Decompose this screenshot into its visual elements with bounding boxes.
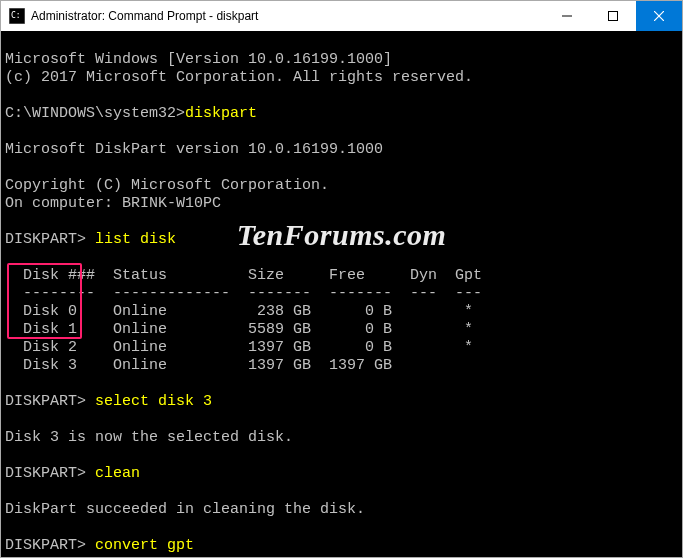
minimize-button[interactable] [544, 1, 590, 31]
diskpart-version: Microsoft DiskPart version 10.0.16199.10… [5, 141, 383, 158]
diskpart-prompt: DISKPART> [5, 465, 95, 482]
prompt-path: C:\WINDOWS\system32> [5, 105, 185, 122]
disk-row-0: Disk 0 Online 238 GB 0 B * [5, 303, 473, 320]
command-prompt-window: C: Administrator: Command Prompt - diskp… [1, 1, 682, 557]
version-line: Microsoft Windows [Version 10.0.16199.10… [5, 51, 392, 68]
svg-rect-4 [609, 12, 618, 21]
cmd-diskpart: diskpart [185, 105, 257, 122]
svg-text:C:: C: [11, 11, 21, 20]
maximize-button[interactable] [590, 1, 636, 31]
disk-row-1: Disk 1 Online 5589 GB 0 B * [5, 321, 473, 338]
terminal-output[interactable]: Microsoft Windows [Version 10.0.16199.10… [1, 31, 682, 557]
watermark-text: TenForums.com [237, 226, 447, 244]
cmd-icon: C: [9, 8, 25, 24]
diskpart-prompt: DISKPART> [5, 231, 95, 248]
msg-selected: Disk 3 is now the selected disk. [5, 429, 293, 446]
window-title: Administrator: Command Prompt - diskpart [31, 9, 258, 23]
on-computer: On computer: BRINK-W10PC [5, 195, 221, 212]
close-button[interactable] [636, 1, 682, 31]
diskpart-prompt: DISKPART> [5, 393, 95, 410]
cmd-select-disk: select disk 3 [95, 393, 212, 410]
cmd-convert-gpt: convert gpt [95, 537, 194, 554]
diskpart-prompt: DISKPART> [5, 537, 95, 554]
cmd-list-disk: list disk [95, 231, 176, 248]
table-header: Disk ### Status Size Free Dyn Gpt [5, 267, 482, 284]
diskpart-copyright: Copyright (C) Microsoft Corporation. [5, 177, 329, 194]
cmd-clean: clean [95, 465, 140, 482]
msg-clean: DiskPart succeeded in cleaning the disk. [5, 501, 365, 518]
copyright-line: (c) 2017 Microsoft Corporation. All righ… [5, 69, 473, 86]
disk-row-3: Disk 3 Online 1397 GB 1397 GB [5, 357, 392, 374]
disk-row-2: Disk 2 Online 1397 GB 0 B * [5, 339, 473, 356]
titlebar[interactable]: C: Administrator: Command Prompt - diskp… [1, 1, 682, 31]
table-divider: -------- ------------- ------- ------- -… [5, 285, 482, 302]
